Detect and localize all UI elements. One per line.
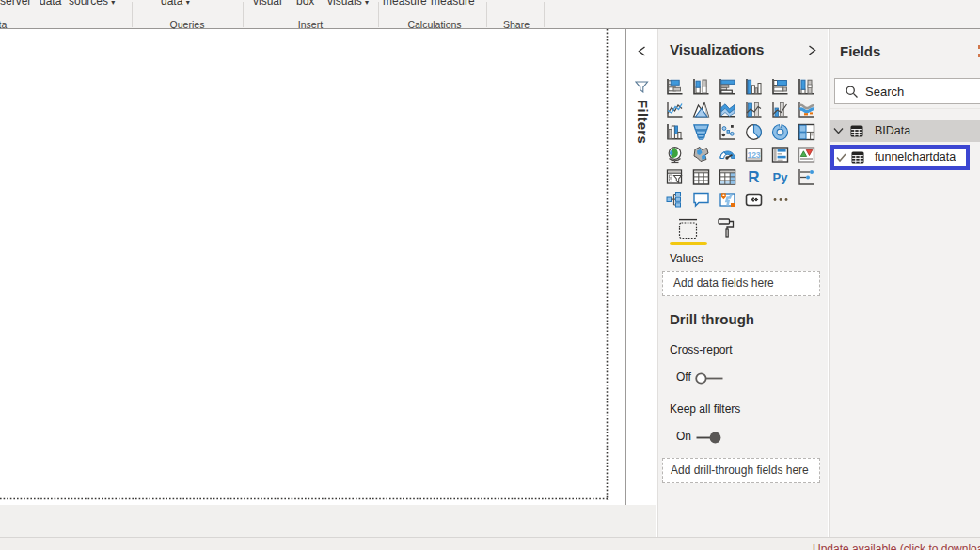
- svg-text:Py: Py: [772, 170, 788, 184]
- svg-text:123: 123: [747, 149, 760, 159]
- svg-text:R: R: [748, 168, 759, 186]
